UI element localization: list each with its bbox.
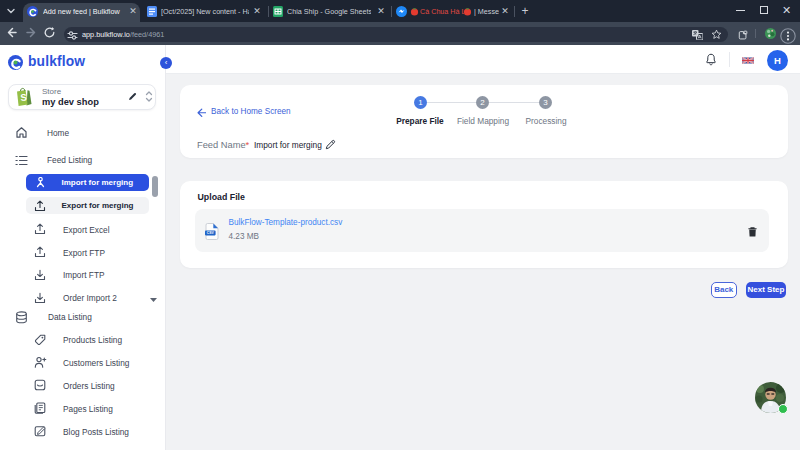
svg-text:CSV: CSV: [207, 232, 215, 236]
svg-text:S: S: [20, 92, 27, 104]
